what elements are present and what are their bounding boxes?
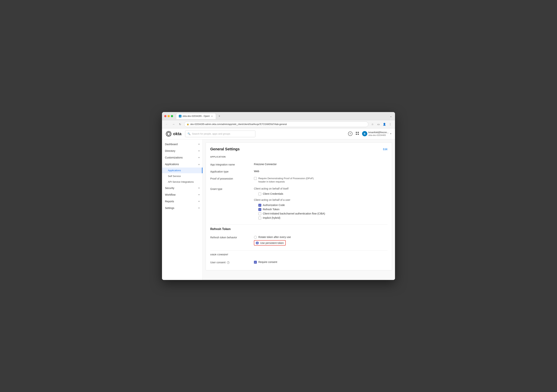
- app-name-label: App integration name: [210, 163, 251, 166]
- search-icon: 🔍: [188, 132, 190, 135]
- user-consent-label: User consent ?: [210, 261, 251, 264]
- sidebar-item-dashboard[interactable]: Dashboard ▾: [162, 141, 203, 147]
- sidebar-label-settings: Settings: [165, 206, 174, 210]
- sidebar-item-applications[interactable]: Applications ▴: [162, 161, 203, 168]
- browser-menu-button[interactable]: ⌄: [389, 115, 393, 118]
- okta-logo-icon: [166, 131, 172, 137]
- svg-line-5: [167, 132, 168, 133]
- ciba-checkbox[interactable]: [258, 212, 261, 215]
- dpop-checkbox[interactable]: [254, 177, 257, 180]
- tab-close-button[interactable]: ✕: [211, 115, 213, 117]
- sidebar-label-directory: Directory: [165, 149, 175, 152]
- user-menu[interactable]: B bmanifold@firezon... okta-dev-02034465…: [362, 131, 391, 137]
- more-options-button[interactable]: ⋮: [388, 122, 393, 127]
- tab-favicon: O: [179, 115, 181, 117]
- app-header: okta 🔍 Search for people, apps and group…: [162, 128, 395, 139]
- require-consent-checkbox[interactable]: ✓: [254, 261, 257, 264]
- sidebar-item-settings[interactable]: Settings ▾: [162, 205, 203, 211]
- user-org: okta-dev-02034465: [368, 134, 389, 137]
- client-behalf-user-options: ✓ Authorization Code ✓ Refresh Token: [254, 204, 387, 220]
- app-container: okta 🔍 Search for people, apps and group…: [162, 128, 395, 280]
- sidebar-item-workflow[interactable]: Workflow ▾: [162, 191, 203, 198]
- toolbar-actions: ☆ ▭ 👤 ⋮: [370, 122, 393, 127]
- sidebar-item-reports[interactable]: Reports ▾: [162, 198, 203, 205]
- address-bar[interactable]: 🔒 dev-02034265-admin.okta.com/admin/app/…: [184, 122, 368, 127]
- browser-titlebar: O okta-dev-02034265 - Openl ✕ + ⌄: [162, 112, 395, 120]
- implicit-checkbox[interactable]: [258, 217, 261, 220]
- search-box[interactable]: 🔍 Search for people, apps and groups: [185, 131, 255, 137]
- user-email: bmanifold@firezon...: [368, 131, 389, 134]
- svg-rect-9: [356, 132, 357, 133]
- content-panel: General Settings Edit APPLICATION App in…: [206, 142, 392, 270]
- client-credentials-label: Client Credentials: [263, 192, 283, 195]
- browser-toolbar: ← → ↻ 🔒 dev-02034265-admin.okta.com/admi…: [162, 120, 395, 128]
- tab-title: okta-dev-02034265 - Openl: [182, 115, 210, 117]
- lock-icon: 🔒: [187, 123, 189, 125]
- user-consent-row: User consent ? ✓ Require consent: [210, 259, 387, 266]
- grant-type-value: Client acting on behalf of itself Client…: [254, 187, 387, 220]
- client-credentials-checkbox[interactable]: [258, 193, 261, 196]
- app-name-value: Firezone Connector: [254, 163, 387, 166]
- maximize-button[interactable]: [171, 115, 173, 117]
- svg-line-6: [170, 135, 170, 136]
- chevron-icon-security: ▾: [198, 187, 200, 189]
- minimize-button[interactable]: [168, 115, 170, 117]
- chevron-icon-customizations: ▾: [198, 156, 200, 159]
- svg-rect-12: [358, 134, 359, 135]
- okta-logo: okta: [166, 131, 181, 137]
- sidebar-sub-applications[interactable]: Applications: [162, 168, 203, 173]
- sidebar-label-security: Security: [165, 187, 174, 189]
- chevron-icon-settings: ▾: [198, 207, 200, 209]
- sidebar-label-workflow: Workflow: [165, 193, 175, 196]
- sidebar-label-customizations: Customizations: [165, 156, 183, 159]
- app-name-row: App integration name Firezone Connector: [210, 161, 387, 168]
- profile-button[interactable]: 👤: [382, 122, 387, 127]
- close-button[interactable]: [164, 115, 166, 117]
- user-info: bmanifold@firezon... okta-dev-02034465: [368, 131, 389, 137]
- active-tab[interactable]: O okta-dev-02034265 - Openl ✕: [176, 113, 216, 119]
- persistent-token-highlighted: Use persistent token: [254, 240, 286, 245]
- user-consent-help-icon[interactable]: ?: [227, 261, 229, 264]
- search-placeholder: Search for people, apps and groups: [192, 132, 230, 135]
- refresh-token-behavior-value: Rotate token after every use Use persist…: [254, 236, 387, 245]
- section-divider-2: [210, 250, 387, 251]
- forward-button[interactable]: →: [171, 122, 176, 127]
- refresh-token-section-header: Refresh Token: [210, 228, 387, 231]
- sidebar-label-reports: Reports: [165, 200, 174, 203]
- refresh-token-behavior-row: Refresh token behavior Rotate token afte…: [210, 234, 387, 247]
- traffic-lights: [164, 115, 173, 117]
- chevron-icon-directory: ▾: [198, 150, 200, 152]
- proof-possession-row: Proof of possession Require Demonstratin…: [210, 175, 387, 185]
- user-consent-section-header: USER CONSENT: [210, 253, 387, 256]
- refresh-button[interactable]: ↻: [178, 122, 183, 127]
- application-section-header: APPLICATION: [210, 156, 387, 158]
- persistent-token-radio[interactable]: [256, 242, 259, 245]
- rotate-token-radio[interactable]: [254, 236, 257, 239]
- user-menu-chevron: ▾: [390, 132, 391, 135]
- edit-button[interactable]: Edit: [383, 148, 387, 151]
- chevron-icon-reports: ▾: [198, 200, 200, 203]
- sidebar-item-security[interactable]: Security ▾: [162, 185, 203, 191]
- refresh-token-checkbox[interactable]: ✓: [258, 208, 261, 211]
- new-tab-button[interactable]: +: [217, 114, 222, 119]
- client-behalf-user-label: Client acting on behalf of a user: [254, 198, 387, 201]
- sidebar-item-directory[interactable]: Directory ▾: [162, 147, 203, 154]
- tab-bar: O okta-dev-02034265 - Openl ✕ +: [176, 113, 388, 119]
- app-type-label: Application type: [210, 170, 251, 173]
- back-button[interactable]: ←: [164, 122, 169, 127]
- panel-header: General Settings Edit: [210, 147, 387, 151]
- sidebar-toggle-button[interactable]: ▭: [376, 122, 381, 127]
- chevron-icon-dashboard: ▾: [198, 143, 200, 146]
- sidebar-sub-api-service[interactable]: API Service Integrations: [162, 179, 203, 185]
- sidebar-item-customizations[interactable]: Customizations ▾: [162, 154, 203, 161]
- help-button[interactable]: ?: [348, 131, 352, 136]
- authorization-code-checkbox[interactable]: ✓: [258, 204, 261, 207]
- apps-grid-button[interactable]: [355, 131, 359, 136]
- svg-line-8: [167, 135, 168, 136]
- user-avatar: B: [362, 131, 367, 136]
- sidebar-sub-self-service[interactable]: Self Service: [162, 173, 203, 179]
- header-actions: ? B bmanifold@firezon... okta-dev-020344…: [348, 131, 391, 137]
- implicit-label: Implicit (hybrid): [263, 216, 280, 219]
- require-consent-label: Require consent: [258, 261, 277, 263]
- bookmark-button[interactable]: ☆: [370, 122, 375, 127]
